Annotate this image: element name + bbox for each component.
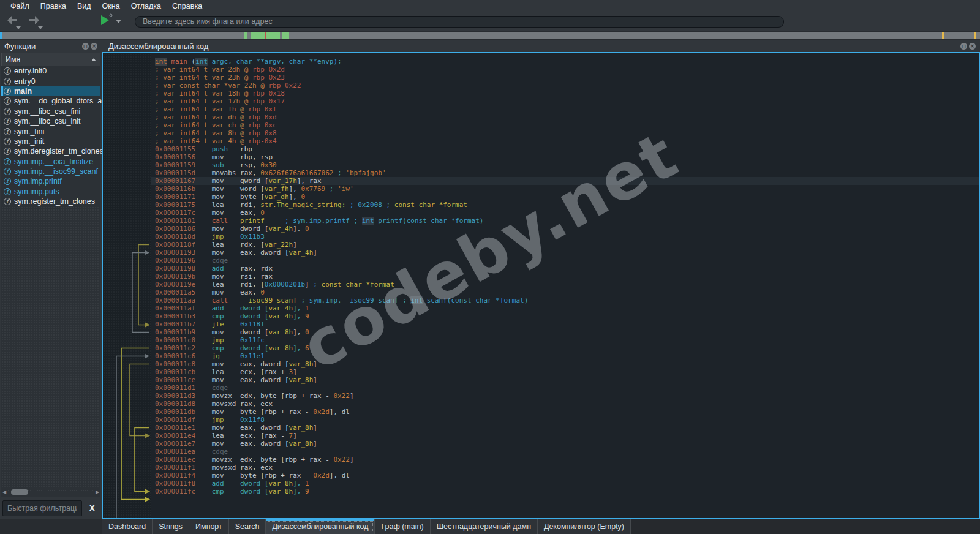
asm-line[interactable]: 0x000011b9 mov dword [var_8h], 0: [151, 328, 979, 336]
menu-item[interactable]: Файл: [5, 1, 35, 12]
menu-item[interactable]: Справка: [167, 1, 208, 12]
asm-line-current[interactable]: 0x00001167 mov qword [var_17h], rax: [151, 177, 979, 185]
float-panel-icon[interactable]: ◻: [82, 43, 89, 50]
scroll-thumb[interactable]: [11, 489, 28, 495]
close-panel-icon[interactable]: ✕: [969, 43, 976, 50]
asm-line[interactable]: 0x000011e7 mov eax, dword [var_8h]: [151, 440, 979, 448]
asm-line[interactable]: ; var int64_t var_18h @ rbp-0x18: [151, 89, 979, 97]
asm-line[interactable]: 0x00001193 mov eax, dword [var_4h]: [151, 249, 979, 257]
function-list-item[interactable]: fsym.imp.puts: [1, 187, 100, 197]
asm-line[interactable]: 0x000011f1 movsxd rax, ecx: [151, 464, 979, 472]
asm-line[interactable]: 0x000011f8 add dword [var_8h], 1: [151, 479, 979, 487]
asm-line[interactable]: 0x000011df jmp 0x11f8: [151, 416, 979, 424]
tab-search[interactable]: Search: [229, 519, 266, 534]
asm-line[interactable]: ; var int64_t var_fh @ rbp-0xf: [151, 105, 979, 113]
tab-дизассемблированный-код[interactable]: Дизассемблированный код: [266, 519, 375, 534]
asm-line[interactable]: 0x00001156 mov rbp, rsp: [151, 153, 979, 161]
asm-line[interactable]: 0x000011b7 jle 0x118f: [151, 320, 979, 328]
function-list-item[interactable]: fsym.imp.__isoc99_scanf: [1, 167, 100, 176]
tab-импорт[interactable]: Импорт: [189, 519, 229, 534]
asm-line[interactable]: 0x0000118d jmp 0x11b3: [151, 233, 979, 241]
forward-dropdown-caret[interactable]: [38, 26, 43, 29]
asm-line[interactable]: ; var int64_t var_dh @ rbp-0xd: [151, 113, 979, 121]
asm-line[interactable]: 0x000011d8 movsxd rax, ecx: [151, 400, 979, 408]
asm-line[interactable]: 0x0000118f lea rdx, [var_22h]: [151, 241, 979, 249]
back-dropdown-caret[interactable]: [16, 26, 21, 29]
asm-line[interactable]: 0x000011c0 jmp 0x11fc: [151, 336, 979, 344]
asm-line[interactable]: 0x000011c2 cmp dword [var_8h], 6: [151, 344, 979, 352]
quick-filter[interactable]: [2, 500, 82, 516]
asm-line[interactable]: ; var int64_t var_8h @ rbp-0x8: [151, 129, 979, 137]
asm-line[interactable]: 0x000011aa call __isoc99_scanf ; sym.imp…: [151, 296, 979, 304]
asm-line[interactable]: 0x0000115d movabs rax, 0x626f676a6166706…: [151, 169, 979, 177]
asm-line[interactable]: 0x000011cb lea ecx, [rax + 3]: [151, 368, 979, 376]
asm-line[interactable]: 0x00001186 mov dword [var_4h], 0: [151, 225, 979, 233]
function-list-item[interactable]: fsym.deregister_tm_clones: [1, 146, 100, 156]
asm-line[interactable]: 0x000011ec movzx edx, byte [rbp + rax - …: [151, 456, 979, 464]
asm-line[interactable]: 0x000011db mov byte [rbp + rax - 0x2d], …: [151, 408, 979, 416]
filter-close-button[interactable]: X: [87, 503, 97, 513]
menu-item[interactable]: Отладка: [126, 1, 167, 12]
function-list-item[interactable]: fsym._init: [1, 137, 100, 146]
menu-item[interactable]: Правка: [35, 1, 72, 12]
function-list-item[interactable]: fmain: [1, 86, 100, 96]
menu-item[interactable]: Окна: [97, 1, 126, 12]
tab-шестнадцатеричный-дамп[interactable]: Шестнадцатеричный дамп: [431, 519, 538, 534]
forward-button[interactable]: [28, 15, 42, 28]
function-list-item[interactable]: fsym.imp.printf: [1, 176, 100, 186]
functions-column-header[interactable]: Имя: [1, 53, 100, 66]
functions-hscrollbar[interactable]: ◀ ▶: [1, 487, 100, 497]
scroll-right-arrow[interactable]: ▶: [94, 489, 100, 495]
asm-line[interactable]: 0x00001159 sub rsp, 0x30: [151, 161, 979, 169]
tab-dashboard[interactable]: Dashboard: [102, 519, 153, 534]
asm-line[interactable]: 0x0000117c mov eax, 0: [151, 209, 979, 217]
scroll-left-arrow[interactable]: ◀: [1, 489, 7, 495]
float-panel-icon[interactable]: ◻: [960, 43, 967, 50]
asm-line[interactable]: 0x00001155 push rbp: [151, 145, 979, 153]
asm-line[interactable]: ; var int64_t var_2dh @ rbp-0x2d: [151, 66, 979, 73]
asm-line[interactable]: 0x000011b3 cmp dword [var_4h], 9: [151, 312, 979, 320]
asm-line[interactable]: 0x000011e4 lea ecx, [rax - 7]: [151, 432, 979, 440]
disassembly-lines[interactable]: int main (int argc, char **argv, char **…: [151, 53, 979, 518]
asm-line[interactable]: 0x0000119b mov rsi, rax: [151, 273, 979, 280]
function-list-item[interactable]: fsym.__do_global_dtors_aux: [1, 96, 100, 106]
memory-minimap[interactable]: [0, 32, 980, 39]
omnibox[interactable]: [135, 16, 784, 28]
asm-line[interactable]: ; var int64_t var_17h @ rbp-0x17: [151, 97, 979, 105]
asm-line[interactable]: 0x000011f4 mov byte [rbp + rax - 0x2d], …: [151, 472, 979, 479]
asm-line[interactable]: ; var int64_t var_ch @ rbp-0xc: [151, 121, 979, 129]
asm-line[interactable]: 0x000011a5 mov eax, 0: [151, 288, 979, 296]
menu-item[interactable]: Вид: [72, 1, 97, 12]
tab-декомпилятор-empty-[interactable]: Декомпилятор (Empty): [538, 519, 631, 534]
function-list-item[interactable]: fsym._fini: [1, 126, 100, 136]
close-panel-icon[interactable]: ✕: [91, 43, 97, 50]
quick-filter-input[interactable]: [7, 504, 77, 513]
function-list-item[interactable]: fsym.__libc_csu_init: [1, 116, 100, 126]
asm-line[interactable]: ; var int64_t var_23h @ rbp-0x23: [151, 73, 979, 81]
asm-line[interactable]: 0x000011e1 mov eax, dword [var_8h]: [151, 424, 979, 432]
asm-line[interactable]: ; var const char *var_22h @ rbp-0x22: [151, 81, 979, 89]
omnibox-input[interactable]: [143, 17, 776, 26]
asm-line[interactable]: 0x00001196 cdqe: [151, 257, 979, 265]
debug-dropdown-caret[interactable]: [116, 20, 121, 23]
asm-line[interactable]: 0x000011ea cdqe: [151, 448, 979, 456]
function-list-item[interactable]: fentry0: [1, 76, 100, 86]
asm-line[interactable]: 0x0000119e lea rdi, [0x0000201b] ; const…: [151, 280, 979, 288]
asm-line[interactable]: 0x00001171 mov byte [var_dh], 0: [151, 193, 979, 201]
asm-line[interactable]: 0x00001181 call printf ; sym.imp.printf …: [151, 217, 979, 225]
asm-line[interactable]: 0x000011ce mov eax, dword [var_8h]: [151, 376, 979, 384]
asm-line[interactable]: 0x00001198 add rax, rdx: [151, 265, 979, 273]
function-list-item[interactable]: fsym.__libc_csu_fini: [1, 107, 100, 116]
asm-line[interactable]: 0x000011fc cmp dword [var_8h], 9: [151, 487, 979, 495]
debug-start-button[interactable]: [100, 15, 110, 28]
asm-line[interactable]: 0x000011af add dword [var_4h], 1: [151, 304, 979, 312]
asm-line[interactable]: ; var int64_t var_4h @ rbp-0x4: [151, 137, 979, 145]
asm-line[interactable]: int main (int argc, char **argv, char **…: [151, 58, 979, 66]
asm-line[interactable]: 0x000011c6 jg 0x11e1: [151, 352, 979, 360]
back-button[interactable]: [6, 15, 20, 28]
function-list-item[interactable]: fsym.imp.__cxa_finalize: [1, 157, 100, 167]
asm-line[interactable]: 0x000011d3 movzx edx, byte [rbp + rax - …: [151, 392, 979, 400]
scroll-track[interactable]: [7, 489, 94, 495]
function-list-item[interactable]: fsym.register_tm_clones: [1, 197, 100, 206]
tab-strings[interactable]: Strings: [153, 519, 189, 534]
